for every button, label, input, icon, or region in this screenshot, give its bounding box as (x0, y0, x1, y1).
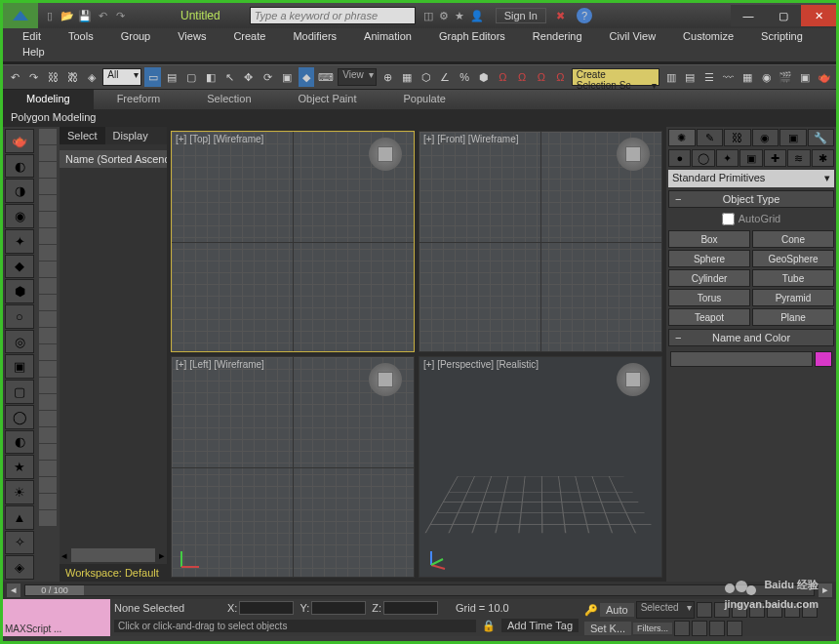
lt2-12[interactable] (39, 311, 57, 327)
btn-cone[interactable]: Cone (752, 230, 834, 248)
connect-icon[interactable]: ◫ (423, 10, 433, 22)
rollout-object-type[interactable]: Object Type (668, 190, 834, 208)
layers-icon[interactable]: ☰ (700, 67, 717, 87)
h-scrollbar[interactable] (71, 548, 155, 562)
scroll-left-icon[interactable]: ◂ (61, 549, 67, 562)
qat-undo-icon[interactable]: ↶ (95, 8, 110, 23)
menu-grapheditors[interactable]: Graph Editors (425, 28, 519, 46)
tool-l[interactable]: ◯ (5, 405, 34, 429)
cmd-tab-utilities-icon[interactable]: 🔧 (808, 129, 835, 146)
primitive-dropdown[interactable]: Standard Primitives (668, 170, 834, 187)
x-input[interactable] (239, 601, 294, 615)
lt2-20[interactable] (39, 444, 57, 460)
ref-coord-dropdown[interactable]: View (338, 68, 377, 86)
tool-b[interactable]: ◐ (5, 154, 34, 179)
viewport-label[interactable]: [+] [Perspective] [Realistic] (423, 359, 539, 370)
menu-group[interactable]: Group (107, 28, 165, 46)
cmd-tab-motion-icon[interactable]: ◉ (752, 129, 779, 146)
menu-help[interactable]: Help (22, 46, 45, 58)
tool-teapot-icon[interactable]: 🫖 (5, 129, 34, 153)
lock-icon[interactable]: 🔒 (482, 620, 496, 632)
snap-c-icon[interactable]: Ω (533, 67, 549, 87)
schematic-icon[interactable]: ▦ (739, 67, 756, 87)
scroll-right-icon[interactable]: ▸ (159, 549, 165, 562)
menu-rendering[interactable]: Rendering (519, 28, 596, 46)
snap-a-icon[interactable]: Ω (495, 67, 511, 87)
nav-max-icon[interactable] (727, 621, 742, 636)
lt2-16[interactable] (39, 378, 57, 393)
menu-scripting[interactable]: Scripting (747, 28, 817, 46)
lt2-9[interactable] (39, 262, 57, 277)
autokey-button[interactable]: Auto (600, 603, 634, 617)
nav-b-icon[interactable] (802, 602, 818, 618)
lt2-1[interactable] (39, 129, 57, 144)
redo-icon[interactable]: ↷ (26, 67, 43, 87)
unlink-icon[interactable]: ⛓̸ (64, 67, 81, 87)
btn-torus[interactable]: Torus (668, 289, 750, 306)
lt2-13[interactable] (39, 328, 57, 343)
lt2-24[interactable] (39, 510, 57, 526)
time-thumb[interactable]: 0 / 100 (25, 585, 84, 595)
keyfilters-button[interactable]: Filters... (633, 623, 672, 634)
play-icon[interactable] (732, 602, 747, 618)
menu-create[interactable]: Create (220, 28, 279, 46)
tool-d[interactable]: ◉ (5, 204, 34, 228)
nav-pan-icon[interactable] (674, 621, 690, 636)
lt2-2[interactable] (39, 145, 57, 161)
lt2-15[interactable] (39, 361, 57, 377)
keyfilter-dropdown[interactable]: Selected (636, 601, 695, 619)
tool-r[interactable]: ◈ (5, 555, 34, 580)
time-next-icon[interactable]: ▸ (819, 584, 832, 597)
angle-snap-icon[interactable]: ∠ (437, 67, 454, 87)
close-button[interactable]: ✕ (801, 5, 836, 26)
move-icon[interactable]: ✥ (241, 67, 258, 87)
viewcube-icon[interactable] (369, 363, 402, 396)
lt2-23[interactable] (39, 494, 57, 509)
close-info-icon[interactable]: ✖ (556, 10, 565, 22)
cmd-tab-modify-icon[interactable]: ✎ (697, 129, 724, 146)
align-icon[interactable]: ▤ (682, 67, 699, 87)
btn-box[interactable]: Box (668, 230, 750, 248)
setkey-button[interactable]: Set K... (584, 622, 631, 635)
viewport-label[interactable]: [+] [Top] [Wireframe] (176, 134, 263, 144)
menu-animation[interactable]: Animation (350, 28, 425, 46)
viewport-label[interactable]: [+] [Left] [Wireframe] (176, 359, 264, 370)
tab-populate[interactable]: Populate (380, 90, 468, 109)
lt2-17[interactable] (39, 394, 57, 410)
tool-c[interactable]: ◑ (5, 179, 34, 203)
z-input[interactable] (383, 601, 438, 615)
maximize-button[interactable]: ▢ (766, 5, 801, 26)
render-icon[interactable]: 🫖 (816, 67, 832, 87)
user-icon[interactable]: 👤 (470, 10, 484, 22)
menu-customize[interactable]: Customize (669, 28, 747, 46)
lt2-19[interactable] (39, 427, 57, 443)
cursor-icon[interactable]: ↖ (221, 67, 238, 87)
scale-icon[interactable]: ▣ (279, 67, 296, 87)
cat-helpers-icon[interactable]: ✚ (764, 149, 786, 167)
selection-filter-dropdown[interactable]: All (102, 68, 141, 86)
tab-selection[interactable]: Selection (183, 90, 274, 109)
lt2-10[interactable] (39, 278, 57, 294)
curve-editor-icon[interactable]: 〰 (720, 67, 737, 87)
tool-n[interactable]: ★ (5, 455, 34, 479)
btn-pyramid[interactable]: Pyramid (752, 289, 834, 306)
y-input[interactable] (311, 601, 366, 615)
tool-p[interactable]: ▲ (5, 505, 34, 530)
app-logo[interactable] (3, 3, 38, 28)
render-setup-icon[interactable]: 🎬 (778, 67, 794, 87)
cat-cameras-icon[interactable]: ▣ (739, 149, 762, 167)
tool-m[interactable]: ◐ (5, 430, 34, 455)
tab-modeling[interactable]: Modeling (3, 90, 94, 109)
viewcube-icon[interactable] (617, 363, 650, 396)
select-name-icon[interactable]: ▤ (164, 67, 180, 87)
tool-j[interactable]: ▣ (5, 354, 34, 379)
material-icon[interactable]: ◉ (758, 67, 775, 87)
viewport-left[interactable]: [+] [Left] [Wireframe] (171, 356, 415, 578)
tool-e[interactable]: ✦ (5, 229, 34, 254)
select-place-icon[interactable]: ▦ (399, 67, 416, 87)
tab-objectpaint[interactable]: Object Paint (275, 90, 380, 109)
lt2-8[interactable] (39, 245, 57, 261)
cat-spacewarps-icon[interactable]: ≋ (787, 149, 810, 167)
next-frame-icon[interactable] (749, 602, 765, 618)
menu-views[interactable]: Views (164, 28, 220, 46)
